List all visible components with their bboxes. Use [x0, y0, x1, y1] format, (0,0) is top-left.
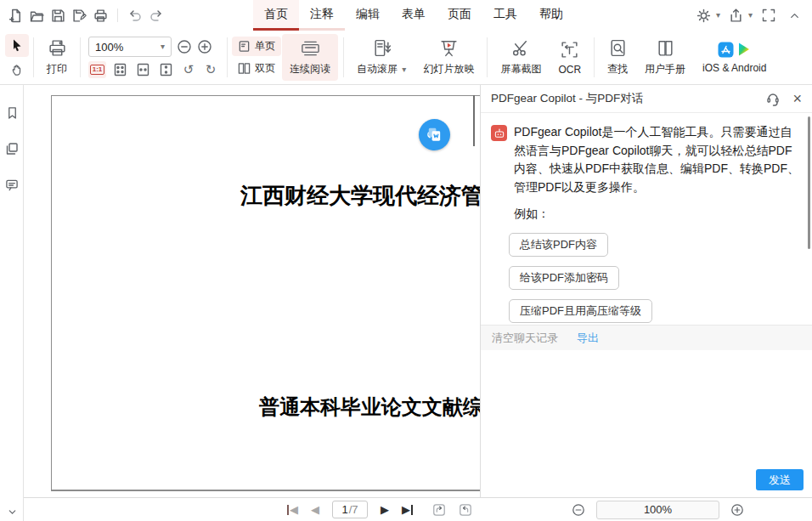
tab-home[interactable]: 首页: [253, 0, 299, 31]
auto-scroll-button[interactable]: 自动滚屏 ▾: [349, 34, 414, 81]
mobile-apps-label: iOS & Android: [702, 62, 766, 74]
copilot-close-icon[interactable]: ×: [792, 91, 802, 106]
menubar: 首页 注释 编辑 表单 页面 工具 帮助 ▾ ▾: [0, 0, 812, 31]
statusbar-zoom-in-icon[interactable]: [730, 503, 744, 517]
last-page-bar-icon: [411, 505, 413, 515]
previous-page-icon[interactable]: ◀: [311, 504, 319, 515]
actual-size-button[interactable]: 1:1: [88, 61, 106, 78]
toolbar-separator: [227, 37, 228, 77]
ribbon-tabs: 首页 注释 编辑 表单 页面 工具 帮助: [253, 0, 574, 31]
find-button[interactable]: 查找: [600, 34, 635, 81]
tab-form[interactable]: 表单: [391, 0, 437, 31]
ocr-label: OCR: [558, 64, 581, 76]
copilot-bot-icon: [491, 125, 507, 141]
export-link[interactable]: 导出: [577, 331, 599, 346]
suggestion-summarize-button[interactable]: 总结该PDF内容: [509, 233, 608, 257]
open-file-icon[interactable]: [26, 4, 48, 26]
clear-chat-link[interactable]: 清空聊天记录: [492, 331, 558, 346]
suggestion-compress-button[interactable]: 压缩PDF且用高压缩等级: [509, 299, 652, 323]
toolbar-separator: [343, 37, 344, 77]
double-page-button[interactable]: 双页: [232, 59, 281, 78]
quick-print-icon[interactable]: [90, 4, 111, 26]
zoom-select[interactable]: 100% ▾: [88, 37, 172, 57]
current-page: 1: [341, 503, 347, 516]
tab-annotate[interactable]: 注释: [299, 0, 345, 31]
copilot-intro-text: PDFgear Copilot是一个人工智能工具。只需要通过自然语言与PDFge…: [514, 123, 800, 224]
single-page-label: 单页: [255, 39, 275, 54]
thumbnails-icon[interactable]: [0, 136, 24, 161]
statusbar-zoom-out-icon[interactable]: [572, 503, 585, 517]
statusbar-zoom-value[interactable]: 100%: [596, 501, 719, 519]
save-icon[interactable]: [48, 4, 69, 26]
share-caret-icon[interactable]: ▾: [748, 11, 753, 20]
rotate-right-icon[interactable]: ↻: [202, 62, 219, 77]
tab-tools[interactable]: 工具: [482, 0, 528, 31]
page-navigation: ◀ ◀ 1 /7 ▶ ▶: [287, 498, 472, 521]
statusbar-zoom-controls: 100%: [572, 498, 744, 521]
first-page-button[interactable]: ◀: [287, 504, 298, 515]
document-area[interactable]: 江西财经大学现代经济管理 普通本科毕业论文文献综: [24, 85, 480, 497]
copilot-tools-bar: 清空聊天记录 导出: [481, 325, 812, 350]
document-title-line2: 普通本科毕业论文文献综: [259, 394, 480, 421]
new-file-icon[interactable]: [5, 4, 26, 26]
collapse-ribbon-icon[interactable]: [784, 4, 805, 26]
theme-caret-icon[interactable]: ▾: [716, 11, 720, 20]
screenshot-button[interactable]: 屏幕截图: [493, 34, 549, 81]
pdf-page[interactable]: 江西财经大学现代经济管理 普通本科毕业论文文献综: [51, 95, 480, 491]
next-view-icon[interactable]: [459, 503, 472, 517]
next-page-icon[interactable]: ▶: [381, 504, 389, 515]
tab-edit[interactable]: 编辑: [345, 0, 391, 31]
copilot-panel: PDFgear Copilot - 与PDF对话 × PDFgear Copil…: [480, 85, 812, 497]
convert-to-word-badge[interactable]: [419, 119, 450, 150]
copilot-header: PDFgear Copilot - 与PDF对话 ×: [481, 85, 812, 113]
redo-icon[interactable]: [145, 4, 166, 26]
double-page-label: 双页: [255, 61, 275, 76]
slideshow-button[interactable]: 幻灯片放映: [415, 34, 482, 81]
find-label: 查找: [607, 62, 628, 76]
slideshow-label: 幻灯片放映: [423, 62, 474, 76]
fit-width-button[interactable]: [134, 61, 152, 78]
fit-page-button[interactable]: [111, 61, 129, 78]
continuous-reading-button[interactable]: 连续阅读: [282, 34, 338, 81]
document-scrollbar[interactable]: [473, 95, 475, 146]
toolbar-separator: [594, 37, 595, 77]
fullscreen-icon[interactable]: [758, 4, 779, 26]
copilot-message: PDFgear Copilot是一个人工智能工具。只需要通过自然语言与PDFge…: [481, 113, 812, 224]
continuous-reading-label: 连续阅读: [290, 62, 330, 76]
sidebar-collapse-icon[interactable]: [0, 507, 24, 518]
auto-scroll-caret-icon: ▾: [402, 65, 406, 74]
appstore-icon: [718, 42, 734, 58]
tab-page[interactable]: 页面: [437, 0, 482, 31]
page-number-box[interactable]: 1 /7: [332, 501, 368, 518]
fit-height-button[interactable]: [157, 61, 175, 78]
zoom-out-icon[interactable]: [177, 39, 192, 54]
rotate-left-icon[interactable]: ↺: [180, 62, 197, 77]
previous-view-icon[interactable]: [432, 503, 446, 517]
first-page-bar-icon: [287, 505, 289, 515]
print-button[interactable]: 打印: [39, 34, 75, 81]
comments-icon[interactable]: [0, 172, 24, 197]
undo-icon[interactable]: [124, 4, 145, 26]
user-manual-button[interactable]: 用户手册: [637, 34, 693, 81]
zoom-in-icon[interactable]: [197, 39, 212, 54]
bookmarks-icon[interactable]: [0, 100, 24, 126]
copilot-chat-scrollbar[interactable]: [808, 116, 810, 249]
copilot-title: PDFgear Copilot - 与PDF对话: [491, 91, 755, 106]
last-page-button[interactable]: ▶: [402, 504, 413, 515]
copilot-suggestions: 总结该PDF内容 给该PDF添加密码 压缩PDF且用高压缩等级: [481, 224, 812, 326]
mobile-apps-button[interactable]: iOS & Android: [695, 34, 774, 81]
theme-icon[interactable]: [693, 4, 714, 26]
save-as-icon[interactable]: [69, 4, 90, 26]
share-icon[interactable]: [725, 4, 747, 26]
hand-tool-button[interactable]: [5, 59, 29, 82]
single-page-button[interactable]: 单页: [232, 37, 281, 56]
tab-help[interactable]: 帮助: [528, 0, 574, 31]
support-headset-icon[interactable]: [765, 91, 781, 106]
total-pages: /7: [349, 503, 358, 516]
ocr-button[interactable]: OCR: [550, 34, 589, 81]
select-tool-button[interactable]: [5, 34, 29, 57]
copilot-input-area[interactable]: 发送: [481, 350, 812, 497]
suggestion-password-button[interactable]: 给该PDF添加密码: [509, 266, 619, 290]
toolbar-separator: [80, 37, 81, 77]
send-button[interactable]: 发送: [756, 469, 804, 490]
